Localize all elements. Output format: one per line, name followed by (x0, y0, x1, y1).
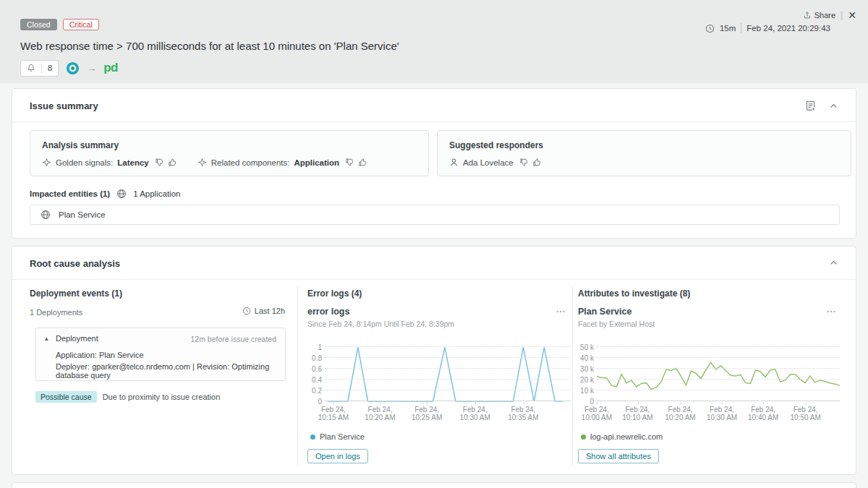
time-range-picker[interactable]: Last 12h (242, 307, 285, 315)
thumbs-down-icon[interactable] (345, 158, 354, 167)
root-cause-panel: Root cause analysis Deployment events (1… (12, 246, 856, 475)
collapse-triangle-icon[interactable]: ▴ (45, 335, 48, 342)
legend-dot (310, 435, 315, 440)
feedback-buttons (155, 158, 177, 167)
deployment-application: Application: Plan Service (56, 351, 144, 359)
divider (741, 23, 741, 33)
entity-name: Plan Service (59, 210, 106, 219)
attributes-chart: 010 k20 k30 k40 k50 k Feb 24,10:00 AMFeb… (578, 336, 840, 424)
error-logs-chart-title: error logs (307, 307, 349, 317)
chart-menu-button[interactable]: ... (556, 304, 566, 314)
issue-detail-page: Closed Critical Share | ✕ 15m Feb 24, 20… (0, 0, 868, 488)
root-cause-title: Root cause analysis (30, 258, 120, 269)
close-icon[interactable]: ✕ (848, 10, 856, 20)
time-range-label: Last 12h (255, 307, 285, 315)
deployment-event-card[interactable]: ▴ Deployment 12m before issue created Ap… (35, 328, 286, 381)
error-logs-chart: 00.20.40.60.81 Feb 24,10:15 AMFeb 24,10:… (307, 336, 571, 424)
impacted-entities-row: Impacted entities (1) 1 Application (30, 189, 180, 199)
related-components-label: Related components: (211, 158, 290, 167)
share-button[interactable]: Share (803, 11, 835, 20)
divider (297, 286, 298, 466)
chart-plot-area (325, 342, 571, 401)
chart-plot-area (597, 342, 840, 401)
deployment-event-type: Deployment (56, 334, 98, 343)
deployments-count: 1 Deployments (30, 308, 82, 317)
chevron-up-icon[interactable] (829, 258, 838, 267)
ai-sparkle-icon (42, 158, 51, 167)
share-icon (803, 11, 812, 20)
analysis-summary-card: Analysis summary Golden signals: Latency (30, 130, 429, 176)
entity-row[interactable]: Plan Service (30, 205, 840, 225)
panel-actions (805, 100, 838, 111)
open-in-logs-button[interactable]: Open in logs (307, 449, 368, 463)
clock-icon (705, 24, 715, 33)
share-label: Share (814, 11, 835, 20)
deployment-event-time: 12m before issue created (191, 335, 276, 343)
person-icon (449, 158, 459, 167)
impacted-entities-type: 1 Application (133, 189, 180, 198)
possible-cause-row: Possible cause Due to proximity to issue… (35, 391, 220, 403)
pagerduty-logo: pd (103, 61, 118, 75)
possible-cause-badge: Possible cause (35, 391, 97, 403)
time-info: 15m Feb 24, 2021 20:29:43 (705, 23, 830, 33)
globe-icon (116, 189, 127, 199)
y-axis-labels: 00.20.40.60.81 (307, 342, 322, 401)
feedback-buttons (519, 158, 542, 167)
next-panel-edge (12, 482, 856, 488)
attributes-chart-subtitle: Facet by External Host (578, 320, 655, 328)
thumbs-up-icon[interactable] (358, 158, 367, 167)
ai-sparkle-icon (197, 158, 207, 167)
alert-condition-count[interactable]: 8 (20, 60, 59, 77)
add-note-icon[interactable] (805, 100, 816, 111)
legend-dot (581, 435, 586, 440)
error-logs-title: Error logs (4) (307, 288, 362, 299)
bell-icon (27, 64, 35, 72)
golden-signals-value: Latency (117, 158, 148, 167)
issue-summary-panel: Issue summary Analysis summary Golden si… (12, 88, 856, 239)
source-row: 8 → pd (20, 59, 118, 77)
y-axis-labels: 010 k20 k30 k40 k50 k (578, 342, 594, 401)
chart-menu-button[interactable]: ... (827, 304, 836, 314)
show-all-attributes-button[interactable]: Show all attributes (578, 449, 659, 463)
divider: | (841, 10, 843, 20)
issue-title: Web response time > 700 milliseconds for… (20, 40, 399, 52)
impacted-entities-label: Impacted entities (1) (30, 189, 110, 198)
issue-summary-title: Issue summary (30, 100, 98, 111)
attributes-title: Attributes to investigate (8) (578, 288, 690, 299)
issue-timestamp: Feb 24, 2021 20:29:43 (746, 24, 830, 33)
chart-legend: Plan Service (310, 432, 365, 441)
issue-header: Closed Critical Share | ✕ 15m Feb 24, 20… (0, 0, 868, 83)
feedback-buttons (345, 158, 367, 167)
status-badge: Closed (20, 19, 57, 30)
suggested-responders-row: Ada Lovelace (449, 158, 542, 167)
thumbs-down-icon[interactable] (519, 158, 529, 167)
possible-cause-text: Due to proximity to issue creation (103, 393, 221, 401)
attributes-chart-title: Plan Service (578, 307, 631, 317)
condition-count: 8 (48, 64, 52, 72)
issue-duration: 15m (720, 24, 736, 33)
legend-label: Plan Service (320, 432, 365, 441)
deployment-events-title: Deployment events (1) (30, 288, 122, 299)
suggested-responders-card: Suggested responders Ada Lovelace (437, 130, 851, 176)
thumbs-down-icon[interactable] (155, 158, 164, 167)
error-logs-chart-subtitle: Since Feb 24, 8:14pm Until Feb 24, 8:39p… (307, 320, 454, 328)
deployment-details: Deployer: gparker@telco.nrdemo.com | Rev… (56, 362, 285, 380)
thumbs-up-icon[interactable] (532, 158, 542, 167)
globe-icon (41, 210, 51, 220)
divider (12, 279, 856, 280)
x-axis-labels: Feb 24,10:00 AMFeb 24,10:10 AMFeb 24,10:… (597, 406, 840, 423)
badge-row: Closed Critical (20, 19, 99, 30)
newrelic-logo-icon (66, 61, 80, 75)
header-actions: Share | ✕ (803, 10, 856, 20)
line-series (597, 342, 840, 401)
legend-label: log-api.newrelic.com (590, 432, 663, 441)
thumbs-up-icon[interactable] (168, 158, 177, 167)
chart-legend: log-api.newrelic.com (581, 432, 663, 441)
suggested-responders-title: Suggested responders (449, 140, 543, 150)
analysis-summary-row: Golden signals: Latency Related componen… (42, 158, 367, 167)
divider (41, 64, 42, 73)
chevron-up-icon[interactable] (829, 101, 838, 111)
related-components-value: Application (294, 158, 339, 167)
line-series (325, 342, 571, 401)
golden-signals-label: Golden signals: (56, 158, 113, 167)
